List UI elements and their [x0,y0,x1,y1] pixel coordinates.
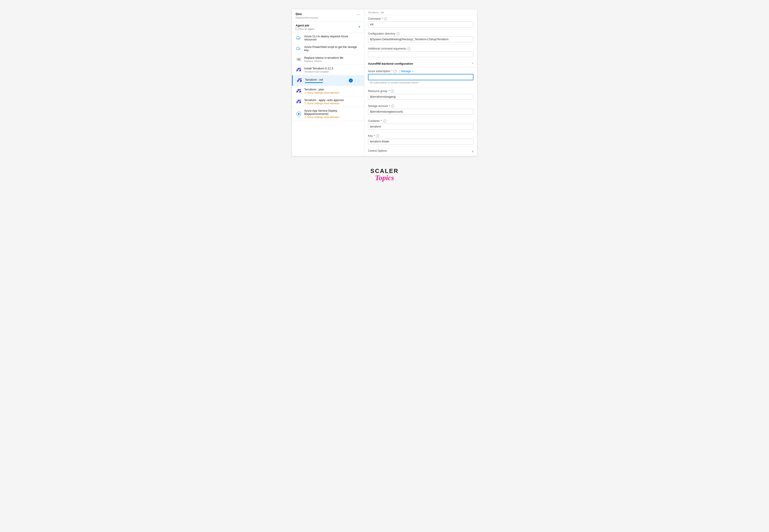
task-item[interactable]: Azure PowerShell script to get the stora… [292,43,364,54]
container-label: Container * i [368,119,474,123]
svg-marker-9 [299,89,301,90]
svg-marker-1 [299,68,301,69]
required-marker: * [381,119,382,123]
topics-text: Topics [370,174,399,182]
azure-sub-field-group: Azure subscription * i | Manage ↗ No sub… [364,67,477,87]
key-input[interactable] [368,139,474,144]
right-panel: Terraform : init Command * i Configurati… [364,9,477,156]
task-name: Azure CLI to deploy required Azure resou… [304,35,360,41]
config-dir-info-icon[interactable]: i [397,32,400,35]
task-item[interactable]: Terraform : plan ⚠ Some settings need at… [292,86,364,97]
required-marker: * [392,70,393,73]
control-options-label: Control Options [368,149,387,152]
task-item-selected[interactable]: Terraform : init ✓ ⋮⋮ [292,75,364,86]
warning-icon: ⚠ [304,91,307,94]
task-name: Replace tokens in terraform file [304,56,343,59]
svg-marker-10 [296,91,298,93]
azure-sub-error: No subscription or service connection fo… [368,80,474,85]
required-marker: * [374,134,375,137]
svg-marker-6 [297,80,299,82]
task-item[interactable]: #{} Replace tokens in terraform file Rep… [292,54,364,65]
storage-account-input[interactable] [368,109,474,115]
svg-marker-15 [299,101,301,104]
progress-bar [305,82,323,83]
more-options-button[interactable]: ··· [356,12,360,17]
key-info-icon[interactable]: i [376,134,379,137]
stage-header: Dev Deployment process ··· [292,9,364,21]
task-name: Install Terraform 0.12.3 [304,67,333,70]
task-name: Terraform : plan [304,88,339,91]
task-icon-terraform [295,67,302,73]
storage-account-field-group: Storage account * i [364,102,477,117]
svg-marker-7 [300,80,302,82]
storage-account-label: Storage account * i [368,104,474,108]
agent-job-title: Agent job [295,24,314,27]
task-sub: Replace Tokens [304,60,343,62]
task-name: Terraform : init [305,78,323,81]
command-info-icon[interactable]: i [384,17,387,20]
command-input[interactable] [368,21,474,27]
key-label: Key * i [368,134,474,137]
azure-sub-label: Azure subscription * i | Manage ↗ [368,70,474,73]
task-icon-azure-cloud [295,35,302,41]
backend-section-title: AzureRM backend configuration [368,62,413,65]
task-icon-terraform-apply [295,99,302,105]
svg-marker-11 [299,91,301,93]
task-icon-terraform-init [296,77,302,84]
resource-group-label: Resource group * i [368,90,474,93]
container-input[interactable] [368,124,474,130]
task-icon-azure-cloud-2 [295,45,302,52]
agent-job-subtitle: Run on agent [295,28,314,30]
manage-link[interactable]: Manage ↗ [401,70,414,73]
task-name: Terraform : apply -auto-approve [304,99,344,102]
azure-sub-input[interactable] [368,74,474,80]
task-warning: ⚠ Some settings need attention [304,91,339,94]
additional-args-input[interactable] [368,51,474,57]
required-marker: * [389,90,390,93]
task-icon-appservice [295,111,302,117]
svg-marker-5 [300,78,302,80]
resource-group-info-icon[interactable]: i [391,90,394,93]
task-item[interactable]: Install Terraform 0.12.3 Terraform tool … [292,65,364,75]
right-top-label: Terraform : init [364,9,477,15]
task-warning: ⚠ Some settings need attention [304,116,360,119]
collapse-button[interactable]: ^ [472,62,474,65]
config-dir-field-group: Configuration directory i [364,30,477,45]
main-container: Dev Deployment process ··· Agent job Run… [292,9,477,156]
stage-title: Dev [295,12,318,16]
control-options-group: Control Options v [364,147,477,156]
container-info-icon[interactable]: i [383,119,386,123]
task-sub: Terraform tool installer [304,70,333,73]
azure-sub-info-icon[interactable]: i [394,70,397,73]
task-icon-var: #{} [295,56,302,62]
left-panel: Dev Deployment process ··· Agent job Run… [292,9,364,156]
resource-group-input[interactable] [368,94,474,100]
control-options-expand-button[interactable]: v [472,150,474,153]
storage-account-info-icon[interactable]: i [391,104,394,108]
monitor-icon [295,28,298,30]
container-field-group: Container * i [364,117,477,132]
required-marker: * [381,17,383,20]
task-item[interactable]: Azure CLI to deploy required Azure resou… [292,33,364,43]
stage-info: Dev Deployment process [295,12,318,19]
additional-args-label: Additional command arguments i [368,47,474,50]
scaler-logo: SCALER Topics [370,168,399,182]
external-link-icon: ↗ [412,70,414,73]
task-list: Azure CLI to deploy required Azure resou… [292,33,364,121]
svg-marker-2 [296,69,298,72]
drag-handle-icon[interactable]: ⋮⋮ [354,79,360,82]
task-item[interactable]: Azure App Service Deploy: $(appservicena… [292,107,364,121]
check-icon: ✓ [349,78,353,83]
additional-args-info-icon[interactable]: i [408,47,411,50]
task-item[interactable]: Terraform : apply -auto-approve ⚠ Some s… [292,97,364,107]
key-field-group: Key * i [364,132,477,147]
agent-job-row: Agent job Run on agent + [292,21,364,33]
add-task-button[interactable]: + [358,25,360,29]
task-warning: ⚠ Some settings need attention [304,102,344,105]
config-dir-label: Configuration directory i [368,32,474,35]
command-label: Command * i [368,17,474,20]
svg-marker-13 [299,100,301,101]
config-dir-input[interactable] [368,36,474,42]
resource-group-field-group: Resource group * i [364,87,477,102]
task-icon-terraform-plan [295,88,302,94]
